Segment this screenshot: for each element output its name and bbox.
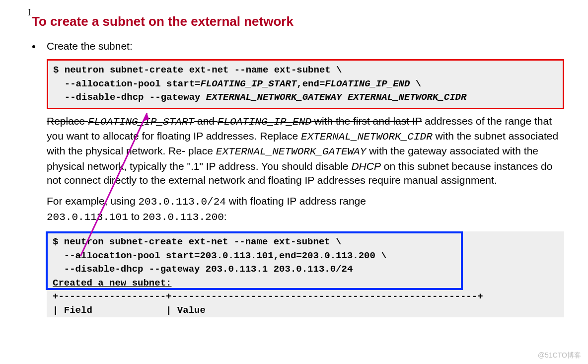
- var-floating-end: FLOATING_IP_END: [218, 116, 311, 128]
- placeholder-floating-start: FLOATING_IP_START: [200, 78, 296, 89]
- text: :: [224, 211, 227, 222]
- prompt: $: [53, 65, 59, 75]
- text: with floating IP address range: [226, 195, 366, 207]
- placeholder-gateway-cidr: EXTERNAL_NETWORK_GATEWAY EXTERNAL_NETWOR…: [206, 92, 467, 103]
- step-label: Create the subnet:: [47, 40, 564, 52]
- dhcp-term: DHCP: [351, 160, 381, 172]
- var-floating-start: FLOATING_IP_START: [88, 116, 194, 128]
- code-line-3a: --disable-dhcp --gateway: [53, 92, 206, 103]
- code-line-2a: --allocation-pool start=: [53, 78, 200, 89]
- text: place: [188, 145, 216, 156]
- code-line-2e: \: [410, 78, 421, 89]
- code-block-template: $ neutron subnet-create ext-net --name e…: [47, 59, 564, 109]
- text: to: [128, 211, 143, 222]
- step-item: Create the subnet: $ neutron subnet-crea…: [42, 40, 564, 317]
- text: For example, using: [47, 195, 138, 207]
- code-line-1: neutron subnet-create ext-net --name ext…: [65, 65, 342, 75]
- explanation-paragraph: Replace FLOATING_IP_START and FLOATING_I…: [47, 114, 564, 188]
- code-line-2c: ,end=: [296, 78, 325, 89]
- example-paragraph: For example, using 203.0.113.0/24 with f…: [47, 194, 564, 224]
- code-block-example: $ neutron subnet-create ext-net --name e…: [47, 231, 564, 317]
- example-range-end: 203.0.113.200: [143, 212, 224, 223]
- text: and: [194, 115, 218, 127]
- output-sep-1: +-------------------+-------------------…: [53, 291, 483, 302]
- output-created: Created a new subnet:: [53, 278, 171, 289]
- example-cidr: 203.0.113.0/24: [138, 196, 225, 208]
- watermark: @51CTO博客: [538, 351, 581, 360]
- text: Replace: [47, 115, 88, 127]
- code-line-1: neutron subnet-create ext-net --name ext…: [64, 236, 342, 247]
- output-header-row: | Field | Value: [53, 305, 206, 316]
- code-line-3: --disable-dhcp --gateway 203.0.113.1 203…: [53, 264, 353, 275]
- placeholder-floating-end: FLOATING_IP_END: [325, 78, 410, 89]
- section-title: To create a subnet on the external netwo…: [32, 14, 564, 29]
- prompt: $: [53, 236, 58, 247]
- text: with the first and last IP: [311, 115, 422, 127]
- example-range-start: 203.0.113.101: [47, 212, 128, 223]
- text-cursor-icon: I: [28, 8, 31, 17]
- code-line-2: --allocation-pool start=203.0.113.101,en…: [53, 250, 387, 261]
- var-gateway: EXTERNAL_NETWORK_GATEWAY: [216, 146, 366, 157]
- var-cidr: EXTERNAL_NETWORK_CIDR: [301, 131, 433, 143]
